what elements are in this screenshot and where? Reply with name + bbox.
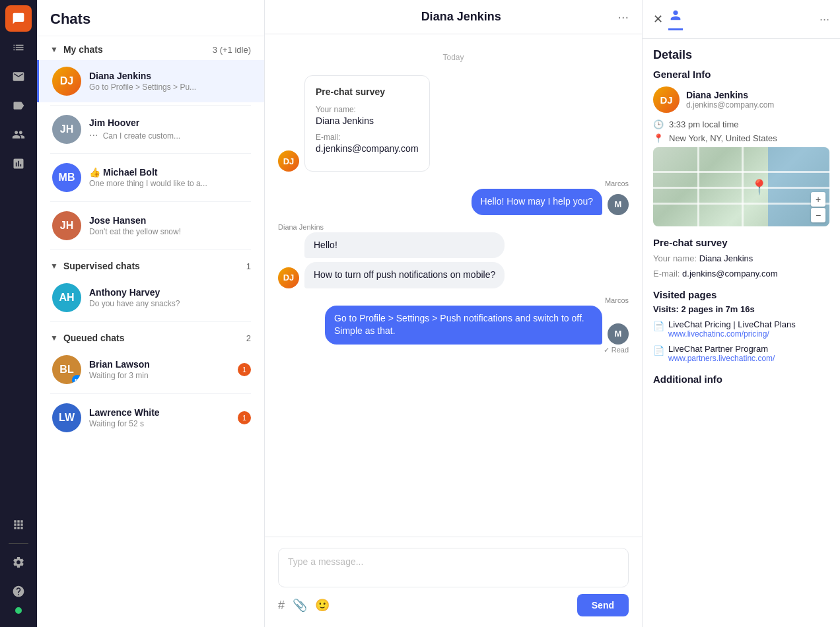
my-chats-count: 3 (+1 idle) <box>213 45 251 55</box>
chat-info-lawrence: Lawrence White Waiting for 52 s <box>89 407 238 428</box>
msg-avatar-diana-2: DJ <box>278 267 299 288</box>
msg-sender-marcos-2: Marcos <box>605 296 629 304</box>
visited-pages-section: Visited pages Visits: 2 pages in 7m 16s … <box>653 289 829 363</box>
nav-tickets[interactable] <box>5 63 32 90</box>
chat-name-michael: 👍 Michael Bolt <box>89 167 251 178</box>
right-panel-more-button[interactable]: ··· <box>820 13 829 26</box>
person-tab-button[interactable] <box>668 8 683 30</box>
status-indicator <box>15 607 22 614</box>
send-button[interactable]: Send <box>577 594 629 616</box>
queued-chats-chevron: ▼ <box>50 333 58 343</box>
visits-value: 2 pages in 7m 16s <box>681 304 754 314</box>
chat-name-jim: Jim Hoover <box>89 117 251 128</box>
chat-info-michael: 👍 Michael Bolt One more thing I would li… <box>89 167 251 188</box>
contact-email: d.jenkins@company.com <box>686 100 774 110</box>
my-chats-label: My chats <box>63 44 213 55</box>
map-zoom-out[interactable]: − <box>811 208 825 222</box>
prechat-card-title: Pre-chat survey <box>316 86 419 97</box>
close-panel-button[interactable]: ✕ <box>653 12 663 26</box>
chat-header: Diana Jenkins ··· <box>265 0 642 34</box>
attachment-icon[interactable]: 📎 <box>293 598 307 612</box>
prechat-card: Pre-chat survey Your name: Diana Jenkins… <box>304 75 430 172</box>
page-title-1: LiveChat Partner Program <box>668 344 775 354</box>
prechat-survey-section: Pre-chat survey Your name: Diana Jenkins… <box>653 237 829 279</box>
map-pin: 📍 <box>750 179 768 196</box>
msg-row-incoming-1: DJ Hello! How to turn off push notificat… <box>278 232 629 288</box>
chat-preview-michael: One more thing I would like to a... <box>89 179 251 188</box>
hashtag-icon[interactable]: # <box>278 599 285 612</box>
supervised-chats-count: 1 <box>246 261 251 271</box>
chat-preview-jim: ··· Can I create custom... <box>89 129 251 141</box>
nav-apps[interactable] <box>5 512 32 538</box>
contact-name: Diana Jenkins <box>686 90 774 100</box>
chat-preview-lawrence: Waiting for 52 s <box>89 419 238 428</box>
page-url-0[interactable]: www.livechatinc.com/pricing/ <box>668 329 796 339</box>
message-input[interactable]: Type a message... <box>278 548 629 587</box>
prechat-field-value-0: Diana Jenkins <box>316 116 419 126</box>
right-panel-content: General Info DJ Diana Jenkins d.jenkins@… <box>643 69 840 627</box>
badge-lawrence: 1 <box>238 411 251 424</box>
msg-sender-diana: Diana Jenkins <box>278 223 629 231</box>
chat-more-button[interactable]: ··· <box>617 9 629 24</box>
nav-reports[interactable] <box>5 34 32 61</box>
chat-item-jose[interactable]: JH Jose Hansen Don't eat the yellow snow… <box>37 205 264 247</box>
date-divider: Today <box>278 53 629 62</box>
location-icon: 📍 <box>653 133 664 143</box>
nav-help[interactable] <box>5 578 32 605</box>
general-info-section: General Info DJ Diana Jenkins d.jenkins@… <box>653 69 829 226</box>
my-chats-chevron: ▼ <box>50 45 58 54</box>
map-area[interactable]: 📍 + − <box>653 147 829 226</box>
local-time-row: 🕒 3:33 pm local time <box>653 119 829 129</box>
chat-item-lawrence[interactable]: LW Lawrence White Waiting for 52 s 1 <box>37 397 264 439</box>
details-title: Details <box>643 39 840 69</box>
msg-row-outgoing-1: M Hello! How may I help you? <box>472 189 629 215</box>
location-text: New York, NY, United States <box>669 133 777 143</box>
chat-item-brian[interactable]: BL m Brian Lawson Waiting for 3 min 1 <box>37 348 264 391</box>
general-info-heading: General Info <box>653 69 829 80</box>
chat-preview-jose: Don't eat the yellow snow! <box>89 227 251 236</box>
typing-dots-jim: ··· <box>89 129 98 141</box>
right-panel: ✕ ··· Details General Info DJ Diana Jenk… <box>642 0 840 627</box>
chat-item-anthony[interactable]: AH Anthony Harvey Do you have any snacks… <box>37 277 264 319</box>
nav-chats[interactable] <box>5 5 32 32</box>
contact-avatar: DJ <box>653 86 680 113</box>
sidebar-header: Chats <box>37 0 264 36</box>
sidebar: Chats ▼ My chats 3 (+1 idle) DJ Diana Je… <box>37 0 265 627</box>
visits-summary: Visits: 2 pages in 7m 16s <box>653 304 829 314</box>
supervised-chats-label: Supervised chats <box>63 261 246 271</box>
sidebar-title: Chats <box>50 11 251 28</box>
msg-bubble-outgoing-1: Hello! How may I help you? <box>472 189 602 215</box>
prechat-field-label-1: E-mail: <box>316 133 419 142</box>
page-url-1[interactable]: www.partners.livechatinc.com/ <box>668 354 775 363</box>
nav-tags[interactable] <box>5 92 32 119</box>
chat-item-michael[interactable]: MB 👍 Michael Bolt One more thing I would… <box>37 156 264 199</box>
emoji-icon[interactable]: 🙂 <box>315 598 330 612</box>
chat-item-diana[interactable]: DJ Diana Jenkins Go to Profile > Setting… <box>37 60 264 102</box>
queued-chats-label: Queued chats <box>63 333 246 343</box>
prechat-field-value-1: d.jenkins@company.com <box>316 143 419 154</box>
msg-bubble-push: How to turn off push notifications on mo… <box>304 262 505 288</box>
prechat-name-label: Your name: <box>653 253 699 263</box>
map-zoom-in[interactable]: + <box>811 192 825 207</box>
badge-brian: 1 <box>238 363 251 376</box>
chat-item-jim[interactable]: JH Jim Hoover ··· Can I create custom... <box>37 108 264 150</box>
avatar-brian: BL m <box>52 355 81 384</box>
nav-analytics[interactable] <box>5 150 32 177</box>
supervised-chats-section-header[interactable]: ▼ Supervised chats 1 <box>37 253 264 277</box>
map-zoom-controls: + − <box>811 192 825 222</box>
nav-visitors[interactable] <box>5 121 32 148</box>
queued-chats-section-header[interactable]: ▼ Queued chats 2 <box>37 325 264 348</box>
my-chats-section-header[interactable]: ▼ My chats 3 (+1 idle) <box>37 36 264 60</box>
prechat-email-field: E-mail: d.jenkins@company.com <box>653 269 829 279</box>
page-icon-0: 📄 <box>653 321 664 331</box>
msg-row-prechat: DJ Pre-chat survey Your name: Diana Jenk… <box>278 75 629 172</box>
msg-bubble-outgoing-2: Go to Profile > Settings > Push notifica… <box>325 306 602 345</box>
chat-info-jim: Jim Hoover ··· Can I create custom... <box>89 117 251 141</box>
location-row: 📍 New York, NY, United States <box>653 133 829 143</box>
input-placeholder: Type a message... <box>288 556 363 567</box>
map-road-5 <box>742 147 744 226</box>
msg-group-outgoing-1: Marcos M Hello! How may I help you? <box>278 180 629 215</box>
nav-settings[interactable] <box>5 549 32 576</box>
chat-info-anthony: Anthony Harvey Do you have any snacks? <box>89 287 251 308</box>
additional-info-section: Additional info <box>653 374 829 385</box>
